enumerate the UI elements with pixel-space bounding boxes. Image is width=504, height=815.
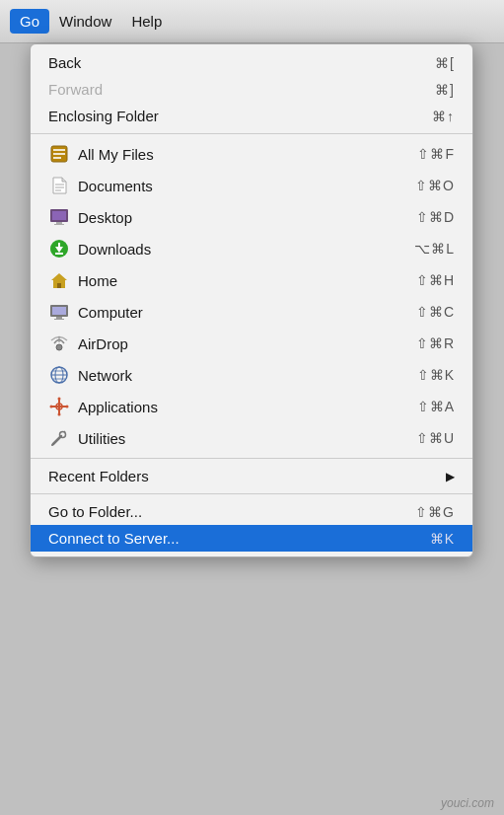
svg-rect-19 [56, 317, 62, 319]
svg-rect-10 [54, 224, 64, 225]
svg-point-34 [66, 406, 69, 408]
svg-point-33 [50, 406, 53, 408]
downloads-icon [48, 238, 70, 259]
menu-item-network[interactable]: Network ⇧⌘K [31, 359, 472, 391]
menu-item-enclosing-folder[interactable]: Enclosing Folder ⌘↑ [31, 103, 472, 129]
menu-item-forward: Forward ⌘] [31, 76, 472, 103]
menu-item-airdrop[interactable]: AirDrop ⇧⌘R [31, 328, 472, 359]
desktop-icon [48, 206, 70, 228]
menu-item-all-my-files[interactable]: All My Files ⇧⌘F [31, 138, 472, 170]
svg-rect-3 [53, 157, 61, 159]
home-icon [48, 269, 70, 291]
menu-item-desktop[interactable]: Desktop ⇧⌘D [31, 201, 472, 233]
menu-item-recent-folders[interactable]: Recent Folders ▶ [31, 463, 472, 489]
submenu-arrow-icon: ▶ [446, 470, 455, 483]
menu-item-utilities[interactable]: Utilities ⇧⌘U [31, 422, 472, 454]
divider-1 [31, 133, 472, 134]
menu-bar-window[interactable]: Window [49, 9, 121, 34]
divider-3 [31, 493, 472, 494]
all-my-files-icon [48, 143, 70, 165]
svg-point-31 [58, 398, 61, 401]
svg-point-32 [58, 413, 61, 416]
menu-bar: Go Window Help [0, 0, 504, 43]
svg-line-35 [53, 436, 61, 444]
menu-item-documents[interactable]: Documents ⇧⌘O [31, 170, 472, 201]
menu-item-back[interactable]: Back ⌘[ [31, 49, 472, 76]
menu-item-computer[interactable]: Computer ⇧⌘C [31, 296, 472, 328]
svg-rect-2 [53, 153, 65, 155]
go-menu: Back ⌘[ Forward ⌘] Enclosing Folder ⌘↑ A… [30, 43, 473, 557]
utilities-icon [48, 427, 70, 449]
svg-rect-16 [57, 283, 61, 288]
divider-2 [31, 458, 472, 459]
svg-rect-18 [52, 307, 66, 315]
menu-item-go-to-folder[interactable]: Go to Folder... ⇧⌘G [31, 498, 472, 525]
airdrop-icon [48, 333, 70, 354]
svg-line-37 [64, 431, 65, 432]
menu-item-home[interactable]: Home ⇧⌘H [31, 264, 472, 296]
svg-point-21 [56, 344, 62, 350]
menu-item-connect-to-server[interactable]: Connect to Server... ⌘K [31, 525, 472, 552]
menu-item-applications[interactable]: Applications ⇧⌘A [31, 391, 472, 422]
menu-bar-go[interactable]: Go [10, 9, 49, 34]
network-icon [48, 364, 70, 386]
svg-rect-9 [56, 222, 62, 224]
svg-rect-8 [52, 211, 66, 220]
svg-rect-20 [54, 319, 64, 320]
svg-line-38 [52, 444, 53, 445]
watermark: youci.com [441, 796, 494, 810]
documents-icon [48, 175, 70, 196]
applications-icon [48, 396, 70, 417]
menu-bar-help[interactable]: Help [121, 9, 172, 34]
computer-icon [48, 301, 70, 323]
svg-rect-1 [53, 149, 65, 151]
menu-item-downloads[interactable]: Downloads ⌥⌘L [31, 233, 472, 264]
